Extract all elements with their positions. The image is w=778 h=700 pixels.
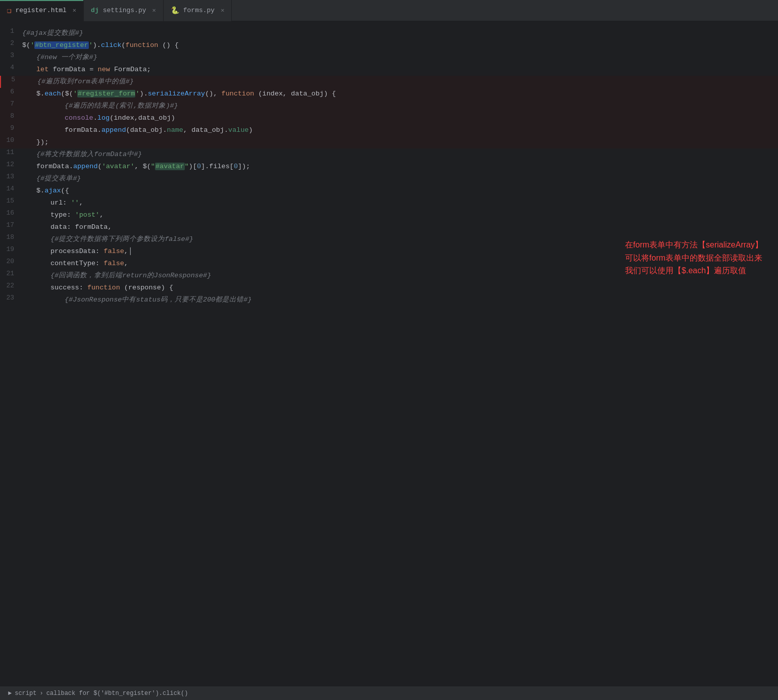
code-line: 9 formData.append(data_obj.name, data_ob…	[0, 124, 778, 136]
code-content[interactable]: 1 {#ajax提交数据#} 2 $('#btn_register').clic…	[0, 21, 778, 686]
python-icon: 🐍	[171, 6, 179, 15]
line-code: formData.append(data_obj.name, data_obj.…	[22, 124, 770, 136]
line-number: 19	[0, 245, 22, 253]
tab-forms-label: forms.py	[183, 7, 215, 14]
code-line: 23 {#JsonResponse中有status码，只要不是200都是出错#}	[0, 294, 778, 306]
line-code: url: '',	[22, 197, 770, 209]
line-code: });	[22, 136, 770, 148]
line-code: data: formData,	[22, 221, 770, 233]
line-code: console.log(index,data_obj)	[22, 112, 770, 124]
tab-forms[interactable]: 🐍 forms.py ✕	[164, 0, 232, 21]
annotation-line2: 可以将form表单中的数据全部读取出来	[625, 254, 762, 262]
tab-bar: ❑ register.html ✕ dj settings.py ✕ 🐍 for…	[0, 0, 778, 21]
annotation-box: 在form表单中有方法【serializeArray】 可以将form表单中的数…	[625, 238, 763, 277]
line-number: 4	[0, 64, 22, 71]
status-bar: ► script › callback for $('#btn_register…	[0, 686, 778, 700]
status-breadcrumb: callback for $('#btn_register').click()	[46, 690, 188, 697]
line-number: 20	[0, 258, 22, 265]
line-code: {#提交表单#}	[22, 173, 770, 185]
line-code: let formData = new FormData;	[22, 64, 770, 76]
code-line: 7 {#遍历的结果是(索引,数据对象)#}	[0, 100, 778, 112]
annotation-line3: 我们可以使用【$.each】遍历取值	[625, 266, 746, 275]
code-line: 13 {#提交表单#}	[0, 173, 778, 185]
status-separator: ›	[39, 690, 43, 697]
tab-settings[interactable]: dj settings.py ✕	[84, 0, 164, 21]
line-number: 21	[0, 270, 22, 277]
line-number: 1	[0, 27, 22, 35]
html-icon: ❑	[7, 6, 11, 15]
line-number: 14	[0, 185, 22, 192]
code-line: 2 $('#btn_register').click(function () {	[0, 39, 778, 52]
line-number: 11	[0, 148, 22, 156]
line-number: 9	[0, 124, 22, 132]
line-code: formData.append('avatar', $("#avatar")[0…	[22, 161, 770, 173]
line-number: 22	[0, 282, 22, 289]
line-number: 15	[0, 197, 22, 205]
line-code: {#new 一个对象#}	[22, 52, 770, 64]
tab-settings-label: settings.py	[103, 7, 146, 14]
code-line: 17 data: formData,	[0, 221, 778, 233]
code-line: 15 url: '',	[0, 197, 778, 209]
line-number: 18	[0, 233, 22, 241]
line-number: 8	[0, 112, 22, 120]
code-line: 12 formData.append('avatar', $("#avatar"…	[0, 161, 778, 173]
line-code: {#JsonResponse中有status码，只要不是200都是出错#}	[22, 294, 770, 306]
annotation-line1: 在form表单中有方法【serializeArray】	[625, 240, 763, 249]
code-line: 10 });	[0, 136, 778, 148]
code-line: 22 success: function (response) {	[0, 282, 778, 294]
line-number: 12	[0, 161, 22, 168]
line-code: $.ajax({	[22, 185, 770, 197]
status-script-label: script	[15, 690, 36, 697]
line-number: 13	[0, 173, 22, 180]
code-line: 16 type: 'post',	[0, 209, 778, 221]
line-number: 16	[0, 209, 22, 217]
code-editor: 1 {#ajax提交数据#} 2 $('#btn_register').clic…	[0, 21, 778, 686]
status-script-icon: ►	[8, 690, 12, 697]
line-code: {#遍历的结果是(索引,数据对象)#}	[22, 100, 770, 112]
line-code: {#将文件数据放入formData中#}	[22, 148, 770, 161]
line-number: 3	[0, 52, 22, 59]
line-number: 6	[0, 88, 22, 95]
line-number: 5	[1, 76, 23, 83]
tab-register-close[interactable]: ✕	[73, 7, 76, 14]
line-number: 10	[0, 136, 22, 144]
line-number: 23	[0, 294, 22, 302]
tab-register-label: register.html	[15, 7, 66, 14]
code-line: 6 $.each($('#register_form').serializeAr…	[0, 88, 778, 100]
line-code: {#ajax提交数据#}	[22, 27, 770, 39]
code-line: 5 {#遍历取到form表单中的值#}	[0, 76, 778, 88]
django-icon: dj	[91, 7, 99, 14]
code-line: 1 {#ajax提交数据#}	[0, 27, 778, 39]
line-code: {#遍历取到form表单中的值#}	[23, 76, 770, 88]
line-number: 7	[0, 100, 22, 108]
code-line: 4 let formData = new FormData;	[0, 64, 778, 76]
line-number: 17	[0, 221, 22, 229]
tab-register[interactable]: ❑ register.html ✕	[0, 0, 84, 21]
tab-forms-close[interactable]: ✕	[221, 7, 224, 14]
line-code: type: 'post',	[22, 209, 770, 221]
code-line: 3 {#new 一个对象#}	[0, 52, 778, 64]
line-number: 2	[0, 39, 22, 47]
line-code: success: function (response) {	[22, 282, 770, 294]
code-line: 14 $.ajax({	[0, 185, 778, 197]
code-line: 8 console.log(index,data_obj)	[0, 112, 778, 124]
tab-settings-close[interactable]: ✕	[152, 7, 156, 14]
code-line: 11 {#将文件数据放入formData中#}	[0, 148, 778, 161]
line-code: $.each($('#register_form').serializeArra…	[22, 88, 770, 100]
line-code: $('#btn_register').click(function () {	[22, 39, 770, 52]
